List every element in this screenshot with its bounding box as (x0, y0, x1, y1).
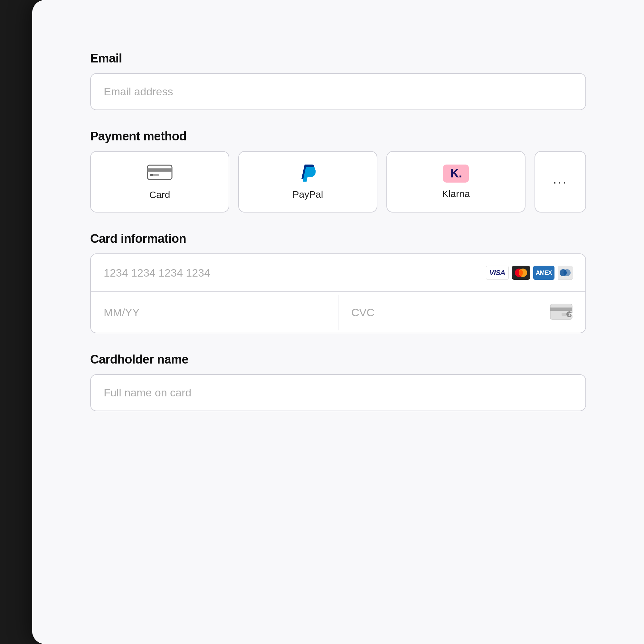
email-label: Email (90, 52, 586, 65)
card-info-box: VISA AMEX (90, 253, 586, 333)
paypal-icon (298, 164, 317, 183)
expiry-input[interactable] (104, 306, 325, 319)
svg-rect-11 (550, 308, 572, 311)
svg-rect-3 (150, 174, 153, 176)
page-content: Email Payment method Card (32, 0, 644, 644)
payment-methods-list: Card PayPal K. Klarna (90, 151, 586, 213)
card-bottom-row: 135 (91, 292, 585, 333)
cvc-card-icon: 135 (550, 304, 573, 321)
email-section: Email (90, 52, 586, 110)
card-label: Card (149, 189, 170, 200)
more-icon: ··· (553, 175, 567, 188)
cvc-cell: 135 (338, 292, 585, 333)
klarna-icon: K. (443, 165, 469, 183)
card-logos: VISA AMEX (486, 266, 573, 280)
cvc-input[interactable] (351, 306, 550, 319)
svg-point-9 (563, 269, 571, 276)
card-info-section: Card information VISA (90, 232, 586, 333)
mastercard-logo (512, 266, 530, 280)
payment-klarna-button[interactable]: K. Klarna (386, 151, 526, 213)
expiry-cell (91, 295, 338, 330)
payment-section: Payment method Card (90, 129, 586, 213)
visa-logo: VISA (486, 266, 509, 280)
card-icon (147, 163, 173, 184)
cardholder-input[interactable] (90, 374, 586, 411)
card-info-label: Card information (90, 232, 586, 246)
payment-paypal-button[interactable]: PayPal (238, 151, 377, 213)
svg-rect-1 (147, 168, 172, 172)
payment-more-button[interactable]: ··· (535, 151, 586, 213)
cardholder-section: Cardholder name (90, 353, 586, 411)
email-input[interactable] (90, 73, 586, 110)
cardholder-label: Cardholder name (90, 353, 586, 366)
card-number-input[interactable] (104, 267, 486, 279)
diners-logo (558, 266, 573, 280)
amex-logo: AMEX (533, 266, 554, 280)
card-number-row: VISA AMEX (91, 254, 585, 292)
paypal-label: PayPal (292, 189, 323, 200)
svg-rect-0 (147, 165, 172, 179)
payment-card-button[interactable]: Card (90, 151, 229, 213)
klarna-label: Klarna (442, 188, 470, 199)
device-frame: Email Payment method Card (32, 0, 644, 644)
svg-text:135: 135 (568, 313, 573, 316)
payment-label: Payment method (90, 129, 586, 143)
